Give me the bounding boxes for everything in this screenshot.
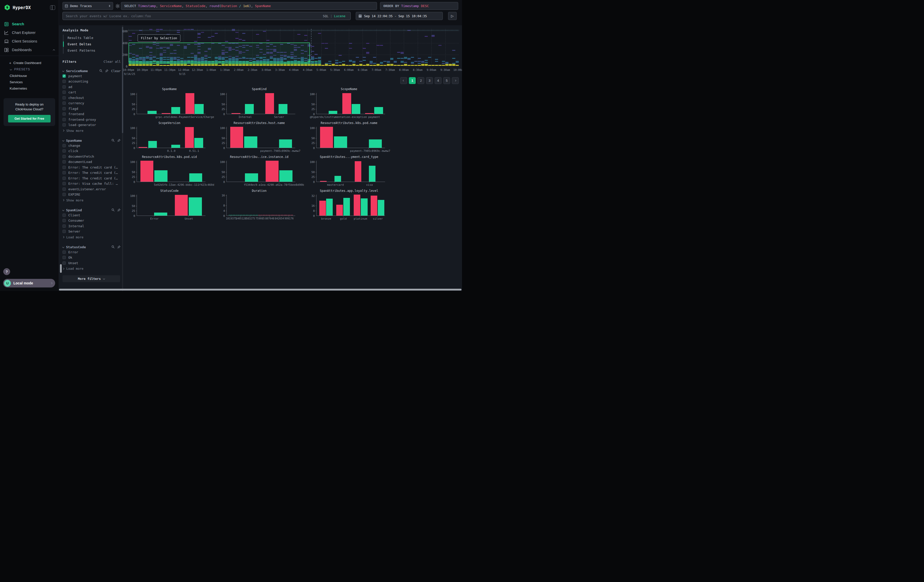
filter-option-error[interactable]: Error (63, 249, 121, 255)
run-query-button[interactable]: ▷ (448, 12, 457, 20)
filter-option-change[interactable]: change (63, 143, 121, 148)
checkbox[interactable] (63, 96, 66, 99)
preset-item-services[interactable]: Services (0, 79, 59, 85)
checkbox[interactable] (63, 85, 66, 89)
checkbox[interactable] (63, 80, 66, 83)
group-show-more-link[interactable]: Show more (63, 198, 121, 203)
filter-option-cart[interactable]: cart (63, 89, 121, 95)
checkbox[interactable] (63, 107, 66, 110)
sidebar-item-chart-explorer[interactable]: Chart Explorer (0, 28, 59, 37)
filter-option-eventlistener-error[interactable]: eventListener.error (63, 186, 121, 192)
filter-option-error-visa-cache-full-[interactable]: Error: Visa cache full: … (63, 181, 121, 186)
page-button-3[interactable]: 3 (426, 77, 433, 84)
checkbox[interactable] (63, 171, 66, 174)
page-button-5[interactable]: 5 (443, 77, 450, 84)
search-input[interactable] (63, 12, 351, 20)
analysis-mode-event-deltas[interactable]: Event Deltas (64, 41, 121, 47)
filter-option-accounting[interactable]: accounting (63, 79, 121, 84)
local-mode-menu[interactable]: U Local mode (3, 279, 55, 287)
help-button[interactable]: ? (3, 268, 10, 275)
group-search-icon[interactable] (111, 138, 115, 142)
filter-option-load-generator[interactable]: load-generator (63, 122, 121, 127)
filter-group-header-servicename[interactable]: ServiceNameClear (63, 69, 121, 73)
filter-option-server[interactable]: Server (63, 229, 121, 234)
order-by-input[interactable]: ORDER BY Timestamp DESC (380, 2, 458, 10)
group-pin-icon[interactable] (105, 69, 109, 73)
checkbox[interactable] (63, 256, 66, 259)
filter-group-header-spankind[interactable]: SpanKind (63, 208, 121, 212)
checkbox[interactable] (63, 251, 66, 254)
filter-option-click[interactable]: click (63, 148, 121, 153)
analysis-mode-event-patterns[interactable]: Event Patterns (64, 47, 121, 54)
create-dashboard-link[interactable]: +Create Dashboard (0, 59, 59, 66)
checkbox[interactable] (63, 160, 66, 163)
checkbox[interactable] (63, 176, 66, 180)
filter-option-error-the-credit-card-[interactable]: Error: The credit card (… (63, 176, 121, 181)
page-button-4[interactable]: 4 (435, 77, 442, 84)
filter-option-expire[interactable]: EXPIRE (63, 192, 121, 197)
checkbox[interactable] (63, 144, 66, 147)
group-pin-icon[interactable] (117, 138, 121, 142)
filter-option-frontend-proxy[interactable]: frontend-proxy (63, 117, 121, 122)
filter-option-payment[interactable]: ✓payment (63, 73, 121, 79)
analysis-mode-results-table[interactable]: Results Table (64, 35, 121, 41)
checkbox[interactable] (63, 193, 66, 196)
filter-option-ad[interactable]: ad (63, 84, 121, 89)
date-range-picker[interactable]: Sep 14 22:04:35 - Sep 15 10:04:35 (356, 12, 443, 20)
presets-toggle[interactable]: PRESETS (0, 66, 59, 73)
checkbox[interactable] (63, 91, 66, 94)
filter-option-error-the-credit-card-[interactable]: Error: The credit card (… (63, 165, 121, 170)
checkbox[interactable] (63, 149, 66, 153)
filter-option-internal[interactable]: Internal (63, 223, 121, 229)
group-search-icon[interactable] (99, 69, 103, 73)
filter-by-selection-button[interactable]: Filter by Selection (138, 35, 180, 42)
checkbox[interactable] (63, 230, 66, 233)
sidebar-collapse-icon[interactable] (50, 5, 55, 10)
preset-item-clickhouse[interactable]: ClickHouse (0, 73, 59, 79)
checkbox[interactable] (63, 101, 66, 105)
more-filters-button[interactable]: More filters (63, 275, 120, 282)
checkbox[interactable] (63, 112, 66, 115)
sql-select-input[interactable]: SELECT Timestamp, ServiceName, StatusCod… (121, 2, 377, 10)
group-search-icon[interactable] (111, 208, 115, 212)
filter-option-checkout[interactable]: checkout (63, 95, 121, 101)
filter-option-unset[interactable]: Unset (63, 260, 121, 266)
group-show-more-link[interactable]: Show more (63, 128, 121, 133)
page-next-button[interactable] (452, 77, 459, 84)
filter-option-frontend[interactable]: frontend (63, 111, 121, 117)
vertical-scrollbar-thumb[interactable] (60, 264, 62, 273)
sidebar-item-client-sessions[interactable]: Client Sessions (0, 37, 59, 46)
lang-lucene-option[interactable]: Lucene (334, 14, 345, 18)
group-load-more-link[interactable]: Load more (63, 266, 121, 271)
checkbox[interactable] (63, 261, 66, 265)
checkbox[interactable] (63, 219, 66, 222)
filter-option-client[interactable]: Client (63, 213, 121, 218)
checkbox[interactable] (63, 188, 66, 191)
filter-option-documentload[interactable]: documentLoad (63, 159, 121, 165)
group-pin-icon[interactable] (117, 208, 121, 212)
filter-option-currency[interactable]: currency (63, 101, 121, 106)
page-button-2[interactable]: 2 (417, 77, 424, 84)
filter-group-header-spanname[interactable]: SpanName (63, 138, 121, 143)
checkbox[interactable] (63, 182, 66, 185)
filter-option-documentfetch[interactable]: documentFetch (63, 154, 121, 159)
page-prev-button[interactable] (400, 77, 407, 84)
checkbox[interactable] (63, 214, 66, 217)
filter-option-error-the-credit-card-[interactable]: Error: The credit card (… (63, 170, 121, 175)
filter-option-flagd[interactable]: flagd (63, 106, 121, 111)
filter-group-header-statuscode[interactable]: StatusCode (63, 245, 121, 249)
heatmap-plot[interactable]: Filter by Selection (129, 29, 459, 66)
page-button-1[interactable]: 1 (409, 77, 416, 84)
group-search-icon[interactable] (111, 245, 115, 249)
horizontal-scrollbar[interactable] (59, 289, 462, 290)
sidebar-item-dashboards[interactable]: Dashboards (0, 46, 59, 54)
group-clear-link[interactable]: Clear (111, 69, 121, 73)
source-select[interactable]: Demo Traces (63, 2, 113, 10)
checkbox[interactable] (63, 166, 66, 169)
filter-option-consumer[interactable]: Consumer (63, 218, 121, 223)
checkbox[interactable] (63, 224, 66, 228)
checkbox[interactable] (63, 155, 66, 158)
gear-icon[interactable] (115, 3, 120, 8)
checkbox[interactable]: ✓ (63, 74, 66, 77)
clear-all-filters-link[interactable]: Clear all (104, 60, 121, 64)
